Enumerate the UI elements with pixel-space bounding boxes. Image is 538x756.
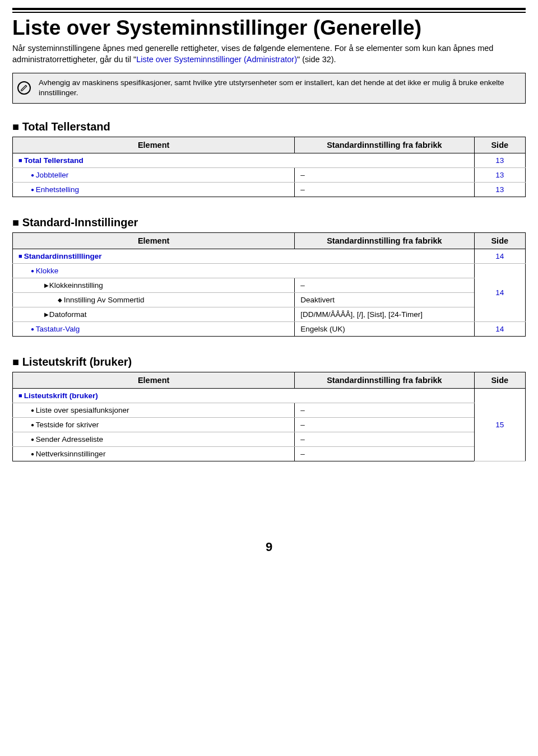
intro-paragraph: Når systeminnstillingene åpnes med gener… — [12, 43, 526, 65]
element-cell[interactable]: Listeutskrift (bruker) — [13, 388, 475, 403]
pencil-icon — [17, 81, 31, 95]
side-cell[interactable]: 15 — [474, 388, 526, 461]
element-cell[interactable]: Standardinnstilllinger — [13, 249, 475, 263]
table-row: Listeutskrift (bruker)15 — [13, 388, 526, 403]
table-row: Liste over spesialfunksjoner– — [13, 403, 526, 417]
table-header: Element — [13, 372, 295, 388]
element-cell: Klokkeinnstilling — [13, 278, 295, 292]
element-cell[interactable]: Enhetstelling — [13, 182, 295, 197]
settings-table: ElementStandardinnstilling fra fabrikkSi… — [12, 137, 526, 197]
section-heading: ■ Total Tellerstand — [12, 120, 526, 133]
table-header: Side — [474, 137, 526, 153]
element-cell: Sender Adresseliste — [13, 432, 295, 446]
table-header: Standardinnstilling fra fabrikk — [295, 232, 474, 249]
std-cell: – — [295, 403, 474, 417]
table-row: Klokkeinnstilling– — [13, 278, 526, 292]
note-box: Avhengig av maskinens spesifikasjoner, s… — [12, 73, 526, 103]
settings-table: ElementStandardinnstilling fra fabrikkSi… — [12, 372, 526, 461]
std-cell: Deaktivert — [295, 292, 474, 307]
std-cell: [DD/MM/ÅÅÅÅ], [/], [Sist], [24-Timer] — [295, 307, 474, 321]
std-cell: – — [295, 446, 474, 461]
element-cell: Liste over spesialfunksjoner — [13, 403, 295, 417]
table-row: Klokke14 — [13, 263, 526, 278]
element-cell: Datoformat — [13, 307, 295, 321]
page-title: Liste over Systeminnstillinger (Generell… — [12, 16, 526, 40]
intro-link[interactable]: Liste over Systeminnstillinger (Administ… — [136, 55, 297, 64]
side-cell[interactable]: 14 — [474, 249, 526, 263]
std-cell: – — [295, 432, 474, 446]
std-cell: Engelsk (UK) — [295, 321, 474, 336]
table-row: Jobbteller–13 — [13, 167, 526, 182]
side-cell[interactable]: 13 — [474, 182, 526, 197]
std-cell: – — [295, 278, 474, 292]
table-header: Side — [474, 232, 526, 249]
side-cell[interactable]: 13 — [474, 167, 526, 182]
element-cell: Innstilling Av Sommertid — [13, 292, 295, 307]
element-cell[interactable]: Klokke — [13, 263, 475, 278]
table-row: Innstilling Av SommertidDeaktivert — [13, 292, 526, 307]
intro-text-2: " (side 32). — [297, 55, 336, 64]
element-cell: Testside for skriver — [13, 417, 295, 432]
std-cell: – — [295, 182, 474, 197]
table-row: Enhetstelling–13 — [13, 182, 526, 197]
std-cell: – — [295, 417, 474, 432]
settings-table: ElementStandardinnstilling fra fabrikkSi… — [12, 232, 526, 337]
section-heading: ■ Listeutskrift (bruker) — [12, 356, 526, 368]
element-cell[interactable]: Tastatur-Valg — [13, 321, 295, 336]
element-cell: Nettverksinnstillinger — [13, 446, 295, 461]
table-row: Datoformat[DD/MM/ÅÅÅÅ], [/], [Sist], [24… — [13, 307, 526, 321]
table-header: Side — [474, 372, 526, 388]
table-header: Standardinnstilling fra fabrikk — [295, 137, 474, 153]
table-row: Testside for skriver– — [13, 417, 526, 432]
section-heading: ■ Standard-Innstillinger — [12, 216, 526, 229]
std-cell: – — [295, 167, 474, 182]
page-number: 9 — [12, 540, 526, 566]
table-row: Tastatur-ValgEngelsk (UK)14 — [13, 321, 526, 336]
table-header: Element — [13, 137, 295, 153]
table-header: Standardinnstilling fra fabrikk — [295, 372, 474, 388]
table-row: Sender Adresseliste– — [13, 432, 526, 446]
note-text: Avhengig av maskinens spesifikasjoner, s… — [39, 78, 518, 98]
top-rule — [12, 8, 526, 13]
side-cell[interactable]: 14 — [474, 321, 526, 336]
table-row: Standardinnstilllinger14 — [13, 249, 526, 263]
table-row: Nettverksinnstillinger– — [13, 446, 526, 461]
element-cell[interactable]: Total Tellerstand — [13, 153, 475, 167]
table-header: Element — [13, 232, 295, 249]
side-cell[interactable]: 14 — [474, 263, 526, 321]
table-row: Total Tellerstand13 — [13, 153, 526, 167]
element-cell[interactable]: Jobbteller — [13, 167, 295, 182]
side-cell[interactable]: 13 — [474, 153, 526, 167]
